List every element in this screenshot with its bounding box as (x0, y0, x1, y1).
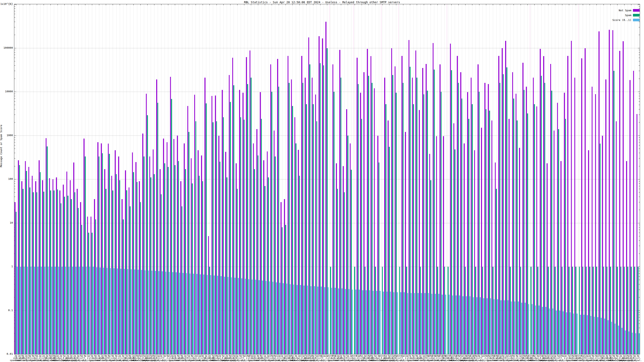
bar-spam (158, 103, 158, 354)
bar-not-spam (457, 56, 458, 354)
bar-spam (313, 104, 314, 354)
bar-not-spam (156, 79, 157, 354)
bar-spam (250, 78, 252, 354)
bar-score (497, 299, 498, 354)
x-top-tick (134, 4, 134, 5)
bar-score (514, 302, 516, 354)
bar-score (404, 292, 405, 354)
bar-score (462, 296, 464, 354)
bar-score (386, 292, 388, 354)
x-top-tick (50, 4, 51, 5)
y-minor-tick (639, 328, 640, 328)
bar-not-spam (350, 143, 351, 354)
bar-score (476, 297, 477, 354)
x-top-tick (514, 4, 514, 5)
bar-score (44, 267, 46, 354)
bar-not-spam (191, 158, 192, 354)
bar-score (442, 295, 443, 354)
y-minor-tick (639, 166, 640, 166)
bar-spam (19, 165, 20, 354)
bar-score (525, 303, 526, 354)
y-minor-tick (639, 317, 640, 317)
bar-spam (320, 63, 321, 354)
bar-spam (220, 162, 220, 354)
bar-score (438, 294, 439, 354)
y-minor-tick (639, 94, 640, 94)
bar-spam (410, 67, 410, 354)
bar-score (587, 315, 588, 354)
bar-not-spam (550, 64, 551, 354)
y-minor-tick (14, 71, 15, 71)
y-minor-tick (639, 149, 640, 149)
bar-spam (102, 153, 103, 354)
bar-score (359, 290, 360, 354)
bar-spam (60, 203, 62, 354)
bar-not-spam (630, 80, 630, 354)
bar-spam (302, 83, 304, 354)
bar-not-spam (619, 51, 620, 354)
x-top-tick (99, 4, 99, 5)
bar-not-spam (198, 150, 199, 354)
x-top-tick (327, 4, 327, 5)
bar-score (138, 270, 139, 354)
x-top-tick (71, 4, 72, 5)
bar-spam (292, 106, 293, 354)
bar-score (445, 295, 446, 354)
y-minor-tick (639, 35, 640, 35)
bar-spam (399, 267, 400, 354)
bar-not-spam (605, 79, 606, 354)
bar-not-spam (516, 94, 516, 354)
bar-not-spam (571, 41, 572, 354)
bar-spam (288, 83, 290, 354)
bar-spam (309, 64, 310, 354)
y-minor-tick (639, 153, 640, 153)
x-top-tick (272, 4, 272, 5)
bar-score (532, 304, 533, 354)
y-minor-tick (14, 55, 15, 55)
bar-score (276, 282, 277, 354)
bar-spam (81, 225, 82, 354)
bar-spam (36, 192, 38, 354)
y-minor-tick (14, 22, 15, 22)
y-minor-tick (639, 79, 640, 79)
x-top-tick (244, 4, 244, 5)
chart-title: RBL Statistics - Sun Apr 28 12:58:06 EDT… (0, 0, 644, 4)
bar-score (48, 267, 49, 354)
y-tick-label: 10 (0, 221, 13, 224)
bar-not-spam (557, 103, 558, 354)
bar-score (196, 274, 198, 354)
bar-spam (486, 109, 486, 354)
x-top-tick (37, 4, 37, 5)
y-minor-tick (639, 189, 640, 189)
bar-spam (337, 189, 338, 354)
x-top-tick (78, 4, 78, 5)
y-minor-tick (14, 137, 15, 138)
missing-bar-line (578, 4, 578, 354)
bar-not-spam (495, 162, 496, 354)
x-top-tick (507, 4, 507, 5)
bar-not-spam (101, 143, 102, 354)
bar-spam (130, 206, 130, 354)
bar-not-spam (66, 172, 68, 354)
bar-spam (299, 176, 300, 354)
y-minor-tick (639, 52, 640, 52)
bar-score (217, 276, 218, 354)
y-minor-tick (639, 230, 640, 230)
bar-spam (579, 267, 580, 354)
bar-spam (196, 121, 196, 354)
bar-spam (185, 169, 186, 354)
bar-score (24, 267, 25, 354)
y-minor-tick (14, 8, 15, 9)
bar-spam (271, 92, 272, 354)
bar-score (345, 289, 346, 354)
bar-not-spam (318, 36, 320, 354)
bar-not-spam (263, 160, 264, 354)
bar-score (483, 298, 484, 354)
bar-score (117, 269, 118, 354)
y-minor-tick (639, 254, 640, 254)
bar-score (383, 292, 384, 354)
bar-not-spam (546, 163, 548, 354)
bar-spam (365, 267, 366, 354)
bar-not-spam (336, 163, 337, 354)
bar-not-spam (204, 78, 206, 354)
